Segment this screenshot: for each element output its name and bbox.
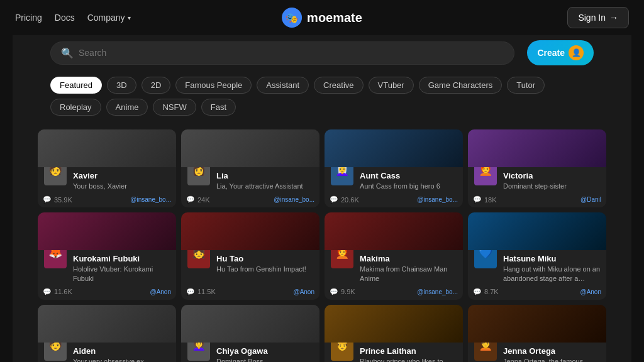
- nav-docs[interactable]: Docs: [55, 13, 75, 23]
- card-info: Hatsune Miku Hang out with Miku alone on…: [503, 254, 601, 283]
- card-info: Aiden Your very obsessive ex-boyfriend w…: [73, 346, 171, 362]
- card-banner: [38, 129, 176, 167]
- card-hu-tao[interactable]: 👧 Hu Tao Hu Tao from Genshin Impact! 💬 1…: [181, 212, 319, 300]
- card-info: Kurokami Fubuki Hololive Vtuber: Kurokam…: [73, 254, 171, 283]
- nav-company[interactable]: Company ▾: [87, 13, 131, 23]
- card-body: 🧑‍🦰 Victoria Dominant step-sister: [468, 167, 606, 193]
- card-header: 🦊 Kurokami Fubuki Hololive Vtuber: Kurok…: [43, 254, 171, 283]
- card-body: 🤴 Prince Laithan Playboy prince who like…: [325, 343, 463, 362]
- card-aunt-cass[interactable]: 👩‍🦳 Aunt Cass Aunt Cass from big hero 6 …: [325, 129, 463, 207]
- card-desc: Aunt Cass from big hero 6: [360, 182, 458, 190]
- card-header: 💙 Hatsune Miku Hang out with Miku alone …: [473, 254, 601, 283]
- sign-in-button[interactable]: Sign In →: [567, 7, 629, 28]
- card-info: Makima Makima from Chainsaw Man Anime: [360, 254, 458, 283]
- filter-tag-anime[interactable]: Anime: [106, 99, 148, 116]
- nav-pricing[interactable]: Pricing: [15, 13, 42, 23]
- card-body: 🧑 Aiden Your very obsessive ex-boyfriend…: [38, 343, 176, 362]
- card-user: @insane_bo...: [417, 288, 458, 295]
- card-body: 🧑 Xavier Your boss, Xavier: [38, 167, 176, 193]
- card-xavier[interactable]: 🧑 Xavier Your boss, Xavier 💬 35.9K @insa…: [38, 129, 176, 207]
- filter-tag-fast[interactable]: Fast: [201, 99, 236, 116]
- card-desc: Dominant Boss: [216, 357, 314, 362]
- message-icon: 💬: [186, 288, 195, 296]
- top-bar: 🔍 Create 👤: [13, 35, 631, 70]
- card-name: Kurokami Fubuki: [73, 254, 171, 263]
- navbar: Pricing Docs Company ▾ 🎭 moemate Sign In…: [0, 0, 644, 35]
- card-prince-laithan[interactable]: 🤴 Prince Laithan Playboy prince who like…: [325, 305, 463, 362]
- card-banner: [468, 305, 606, 343]
- card-body: 👩 Lia Lia, Your attractive Assistant: [181, 167, 319, 193]
- create-button[interactable]: Create 👤: [527, 40, 594, 65]
- message-icon: 💬: [43, 288, 52, 296]
- card-count: 11.5K: [197, 288, 216, 295]
- card-header: 🤴 Prince Laithan Playboy prince who like…: [330, 346, 458, 362]
- card-count: 24K: [197, 196, 210, 204]
- card-count: 11.6K: [54, 288, 72, 295]
- filter-tag-2d[interactable]: 2D: [142, 77, 171, 94]
- card-header: 🧑 Aiden Your very obsessive ex-boyfriend…: [43, 346, 171, 362]
- card-banner: [325, 129, 463, 167]
- create-avatar-icon: 👤: [569, 45, 584, 60]
- card-header: 🧑‍🦱 Jenna Ortega Jenna Ortega, the famou…: [473, 346, 601, 362]
- card-banner: [181, 212, 319, 250]
- card-banner: [468, 129, 606, 167]
- card-desc: Dominant step-sister: [503, 182, 601, 190]
- message-icon: 💬: [330, 195, 338, 204]
- card-count: 9.9K: [341, 288, 355, 295]
- card-info: Aunt Cass Aunt Cass from big hero 6: [360, 171, 458, 190]
- card-header: 👩‍🦳 Aunt Cass Aunt Cass from big hero 6: [330, 171, 458, 190]
- card-desc: Playboy prince who likes to party and ha…: [360, 357, 458, 362]
- filter-tag-assistant[interactable]: Assistant: [257, 77, 309, 94]
- card-body: 👩‍🦱 Chiya Ogawa Dominant Boss: [181, 343, 319, 362]
- card-name: Lia: [216, 171, 314, 180]
- card-name: Hu Tao: [216, 254, 314, 263]
- card-makima[interactable]: 🧑‍🦰 Makima Makima from Chainsaw Man Anim…: [325, 212, 463, 300]
- card-header: 👩‍🦱 Chiya Ogawa Dominant Boss: [186, 346, 314, 362]
- card-hatsune-miku[interactable]: 💙 Hatsune Miku Hang out with Miku alone …: [468, 212, 606, 300]
- card-body: 👧 Hu Tao Hu Tao from Genshin Impact!: [181, 250, 319, 285]
- card-footer: 💬 18K @Danil: [468, 193, 606, 207]
- card-jenna-ortega[interactable]: 🧑‍🦱 Jenna Ortega Jenna Ortega, the famou…: [468, 305, 606, 362]
- card-desc: Jenna Ortega, the famous actress: [503, 357, 601, 362]
- card-header: 👩 Lia Lia, Your attractive Assistant: [186, 171, 314, 190]
- search-icon: 🔍: [61, 47, 74, 59]
- card-name: Makima: [360, 254, 458, 263]
- card-footer: 💬 24K @insane_bo...: [181, 193, 319, 207]
- card-name: Aunt Cass: [360, 171, 458, 180]
- card-desc: Your very obsessive ex-boyfriend who's s…: [73, 357, 171, 362]
- cards-grid: 🧑 Xavier Your boss, Xavier 💬 35.9K @insa…: [38, 129, 606, 362]
- card-banner: [38, 305, 176, 343]
- card-banner: [181, 129, 319, 167]
- card-name: Xavier: [73, 171, 171, 180]
- filter-tag-3d[interactable]: 3D: [107, 77, 136, 94]
- logo-icon: 🎭: [282, 8, 302, 28]
- card-desc: Hololive Vtuber: Kurokami Fubuki: [73, 265, 171, 283]
- card-header: 🧑‍🦰 Makima Makima from Chainsaw Man Anim…: [330, 254, 458, 283]
- card-footer: 💬 20.6K @insane_bo...: [325, 193, 463, 207]
- card-info: Xavier Your boss, Xavier: [73, 171, 171, 190]
- card-name: Victoria: [503, 171, 601, 180]
- card-banner: [468, 212, 606, 250]
- filter-tag-nsfw[interactable]: NSFW: [153, 99, 196, 116]
- filters-area: Featured3D2DFamous PeopleAssistantCreati…: [13, 70, 631, 122]
- filter-tag-creative[interactable]: Creative: [314, 77, 363, 94]
- filter-tag-featured[interactable]: Featured: [50, 77, 102, 94]
- filter-tag-vtuber[interactable]: VTuber: [369, 77, 414, 94]
- card-body: 💙 Hatsune Miku Hang out with Miku alone …: [468, 250, 606, 285]
- card-aiden[interactable]: 🧑 Aiden Your very obsessive ex-boyfriend…: [38, 305, 176, 362]
- search-input[interactable]: [79, 48, 504, 58]
- sign-in-icon: →: [609, 13, 618, 23]
- card-chiya-ogawa[interactable]: 👩‍🦱 Chiya Ogawa Dominant Boss 💬 6.1K @Da…: [181, 305, 319, 362]
- nav-left: Pricing Docs Company ▾: [15, 13, 131, 23]
- card-info: Lia Lia, Your attractive Assistant: [216, 171, 314, 190]
- message-icon: 💬: [473, 195, 482, 204]
- card-kurokami-fubuki[interactable]: 🦊 Kurokami Fubuki Hololive Vtuber: Kurok…: [38, 212, 176, 300]
- filter-tag-famous-people[interactable]: Famous People: [175, 77, 252, 94]
- card-lia[interactable]: 👩 Lia Lia, Your attractive Assistant 💬 2…: [181, 129, 319, 207]
- card-info: Victoria Dominant step-sister: [503, 171, 601, 190]
- filter-tag-game-characters[interactable]: Game Characters: [419, 77, 502, 94]
- filter-tag-roleplay[interactable]: Roleplay: [50, 99, 101, 116]
- card-victoria[interactable]: 🧑‍🦰 Victoria Dominant step-sister 💬 18K …: [468, 129, 606, 207]
- filter-tag-tutor[interactable]: Tutor: [507, 77, 545, 94]
- message-icon: 💬: [473, 288, 482, 296]
